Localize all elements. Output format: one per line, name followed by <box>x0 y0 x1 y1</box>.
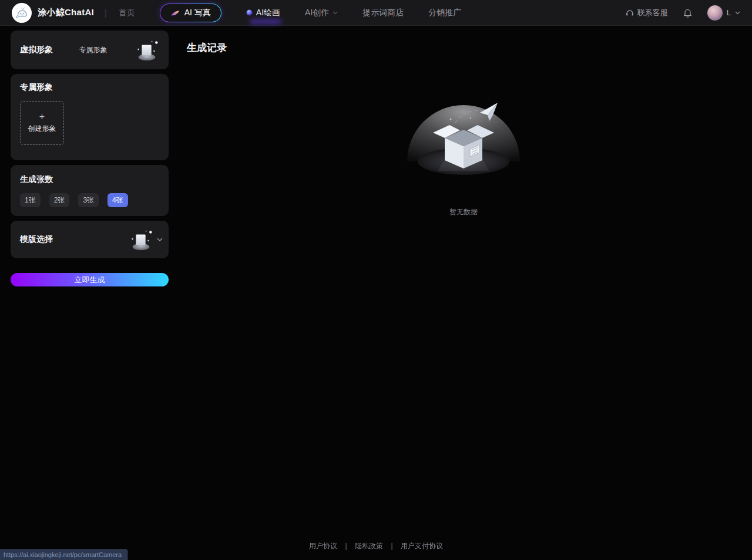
bell-icon <box>683 8 692 18</box>
main-nav: 首页 AI 写真 AI绘画 AI创作 提示词商店 分销推广 <box>119 4 462 22</box>
paint-ball-icon <box>246 9 253 16</box>
brand-logo[interactable] <box>12 3 32 23</box>
nav-prompt-store[interactable]: 提示词商店 <box>362 8 404 18</box>
user-menu[interactable]: L <box>707 5 740 21</box>
create-avatar-button[interactable]: + 创建形象 <box>20 101 64 145</box>
page-title: 生成记录 <box>187 41 740 55</box>
count-option-4[interactable]: 4张 <box>108 193 128 207</box>
virtual-avatar-title: 虚拟形象 <box>20 45 53 55</box>
nav-ai-create-label: AI创作 <box>305 8 329 18</box>
footer-separator: | <box>391 542 392 550</box>
brand-title: 涂小鲸ChatAI <box>38 7 94 18</box>
count-option-3[interactable]: 3张 <box>78 193 99 207</box>
generate-count-card: 生成张数 1张 2张 3张 4张 <box>11 165 169 216</box>
exclusive-avatar-title: 专属形象 <box>20 82 159 93</box>
avatar-placeholder-icon <box>133 39 160 60</box>
nav-ai-portrait-label: AI 写真 <box>184 8 211 18</box>
feather-icon <box>170 9 180 16</box>
main-content: 生成记录 暂无数据 <box>176 26 752 560</box>
virtual-avatar-card[interactable]: 虚拟形象 专属形象 <box>11 31 169 69</box>
generate-now-button[interactable]: 立即生成 <box>11 273 169 286</box>
empty-box-illustration <box>399 92 528 180</box>
nav-ai-create[interactable]: AI创作 <box>305 8 338 18</box>
nav-ai-paint-glow <box>250 20 281 23</box>
headset-icon <box>626 9 634 16</box>
count-option-2[interactable]: 2张 <box>49 193 70 207</box>
template-select-control[interactable] <box>127 229 163 250</box>
chevron-down-icon <box>157 238 163 242</box>
nav-ai-paint[interactable]: AI绘画 <box>246 8 280 18</box>
template-thumbnail-icon <box>127 229 155 250</box>
footer-separator: | <box>345 542 347 550</box>
virtual-avatar-subtitle: 专属形象 <box>79 45 108 55</box>
footer-link-user-agreement[interactable]: 用户协议 <box>309 542 337 550</box>
empty-state-text: 暂无数据 <box>449 207 478 217</box>
nav-ai-paint-label: AI绘画 <box>256 8 280 18</box>
header-right-cluster: 联系客服 L <box>626 5 740 21</box>
top-header: 涂小鲸ChatAI | 首页 AI 写真 AI绘画 AI创作 提示词商店 分销推… <box>0 0 752 26</box>
chevron-down-icon <box>333 11 338 15</box>
contact-support-label: 联系客服 <box>637 8 668 18</box>
empty-state: 暂无数据 <box>187 92 740 217</box>
whale-mascot-icon <box>13 4 31 22</box>
chevron-down-icon <box>735 11 740 15</box>
user-initial: L <box>727 8 731 17</box>
sidebar: 虚拟形象 专属形象 专属形象 + 创建形象 生成张数 1张 2张 3张 4张 模… <box>0 26 176 286</box>
brand-divider: | <box>105 8 107 18</box>
template-select-card[interactable]: 模版选择 <box>11 221 169 258</box>
contact-support-button[interactable]: 联系客服 <box>626 8 668 18</box>
generate-count-title: 生成张数 <box>20 174 159 185</box>
count-option-1[interactable]: 1张 <box>20 193 41 207</box>
plus-icon: + <box>39 112 45 122</box>
user-avatar[interactable] <box>707 5 723 21</box>
count-options: 1张 2张 3张 4张 <box>20 193 159 207</box>
nav-home[interactable]: 首页 <box>119 8 135 18</box>
nav-promotion[interactable]: 分销推广 <box>428 8 461 18</box>
exclusive-avatar-card: 专属形象 + 创建形象 <box>11 74 169 160</box>
footer-link-payment-agreement[interactable]: 用户支付协议 <box>401 542 443 550</box>
notifications-button[interactable] <box>683 8 692 18</box>
create-avatar-label: 创建形象 <box>28 124 56 134</box>
nav-ai-portrait[interactable]: AI 写真 <box>160 4 221 22</box>
browser-status-url: https://ai.xiaojingkeji.net/pc/smartCame… <box>0 549 127 560</box>
footer-link-privacy-policy[interactable]: 隐私政策 <box>355 542 383 550</box>
template-select-title: 模版选择 <box>20 234 53 245</box>
